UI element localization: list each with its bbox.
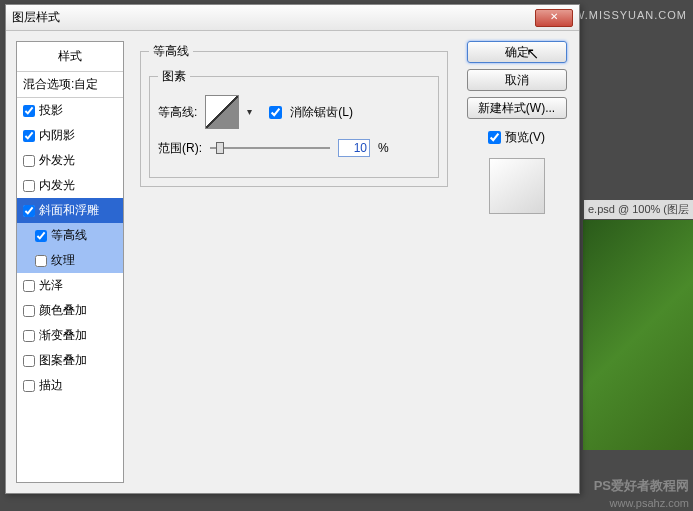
sidebar-item-3[interactable]: 外发光 bbox=[17, 148, 123, 173]
preview-label[interactable]: 预览(V) bbox=[505, 129, 545, 146]
range-slider[interactable] bbox=[210, 147, 330, 149]
sidebar-checkbox-5[interactable] bbox=[23, 205, 35, 217]
styles-sidebar: 样式 混合选项:自定投影内阴影外发光内发光斜面和浮雕等高线纹理光泽颜色叠加渐变叠… bbox=[16, 41, 124, 483]
contour-picker[interactable] bbox=[205, 95, 239, 129]
watermark-title: PS爱好者教程网 bbox=[594, 477, 689, 495]
slider-thumb[interactable] bbox=[216, 142, 224, 154]
sidebar-checkbox-4[interactable] bbox=[23, 180, 35, 192]
sidebar-checkbox-1[interactable] bbox=[23, 105, 35, 117]
sidebar-label-9: 颜色叠加 bbox=[39, 302, 87, 319]
group-legend: 等高线 bbox=[149, 43, 193, 60]
subgroup-legend: 图素 bbox=[158, 68, 190, 85]
elements-group: 图素 等高线: 消除锯齿(L) 范围(R): % bbox=[149, 68, 439, 178]
range-unit: % bbox=[378, 141, 389, 155]
watermark-url: www.psahz.com bbox=[610, 497, 689, 509]
sidebar-label-4: 内发光 bbox=[39, 177, 75, 194]
sidebar-header[interactable]: 样式 bbox=[17, 42, 123, 72]
contour-group: 等高线 图素 等高线: 消除锯齿(L) 范围(R): % bbox=[140, 43, 448, 187]
ok-button[interactable]: 确定 bbox=[467, 41, 567, 63]
sidebar-checkbox-9[interactable] bbox=[23, 305, 35, 317]
sidebar-label-0: 混合选项:自定 bbox=[23, 76, 98, 93]
sidebar-checkbox-6[interactable] bbox=[35, 230, 47, 242]
antialias-label[interactable]: 消除锯齿(L) bbox=[290, 104, 353, 121]
sidebar-label-12: 描边 bbox=[39, 377, 63, 394]
close-button[interactable]: ✕ bbox=[535, 9, 573, 27]
sidebar-label-5: 斜面和浮雕 bbox=[39, 202, 99, 219]
sidebar-label-7: 纹理 bbox=[51, 252, 75, 269]
sidebar-label-6: 等高线 bbox=[51, 227, 87, 244]
titlebar[interactable]: 图层样式 ✕ bbox=[6, 5, 579, 31]
sidebar-item-8[interactable]: 光泽 bbox=[17, 273, 123, 298]
sidebar-checkbox-12[interactable] bbox=[23, 380, 35, 392]
content-panel: 等高线 图素 等高线: 消除锯齿(L) 范围(R): % bbox=[134, 41, 454, 483]
sidebar-checkbox-11[interactable] bbox=[23, 355, 35, 367]
sidebar-label-3: 外发光 bbox=[39, 152, 75, 169]
sidebar-checkbox-10[interactable] bbox=[23, 330, 35, 342]
range-label: 范围(R): bbox=[158, 140, 202, 157]
dialog-title: 图层样式 bbox=[12, 9, 60, 26]
button-column: 确定 取消 新建样式(W)... 预览(V) bbox=[464, 41, 569, 483]
sidebar-label-11: 图案叠加 bbox=[39, 352, 87, 369]
background-image bbox=[583, 220, 693, 450]
sidebar-checkbox-8[interactable] bbox=[23, 280, 35, 292]
sidebar-item-11[interactable]: 图案叠加 bbox=[17, 348, 123, 373]
antialias-checkbox[interactable] bbox=[269, 106, 282, 119]
sidebar-item-2[interactable]: 内阴影 bbox=[17, 123, 123, 148]
cancel-button[interactable]: 取消 bbox=[467, 69, 567, 91]
sidebar-label-8: 光泽 bbox=[39, 277, 63, 294]
sidebar-item-10[interactable]: 渐变叠加 bbox=[17, 323, 123, 348]
document-tab[interactable]: e.psd @ 100% (图层 bbox=[584, 200, 693, 219]
sidebar-item-7[interactable]: 纹理 bbox=[17, 248, 123, 273]
preview-swatch bbox=[489, 158, 545, 214]
sidebar-item-5[interactable]: 斜面和浮雕 bbox=[17, 198, 123, 223]
sidebar-item-4[interactable]: 内发光 bbox=[17, 173, 123, 198]
sidebar-item-9[interactable]: 颜色叠加 bbox=[17, 298, 123, 323]
sidebar-checkbox-7[interactable] bbox=[35, 255, 47, 267]
sidebar-item-1[interactable]: 投影 bbox=[17, 98, 123, 123]
preview-checkbox[interactable] bbox=[488, 131, 501, 144]
sidebar-item-6[interactable]: 等高线 bbox=[17, 223, 123, 248]
range-input[interactable] bbox=[338, 139, 370, 157]
sidebar-label-2: 内阴影 bbox=[39, 127, 75, 144]
contour-label: 等高线: bbox=[158, 104, 197, 121]
sidebar-checkbox-3[interactable] bbox=[23, 155, 35, 167]
layer-style-dialog: 图层样式 ✕ 样式 混合选项:自定投影内阴影外发光内发光斜面和浮雕等高线纹理光泽… bbox=[5, 4, 580, 494]
new-style-button[interactable]: 新建样式(W)... bbox=[467, 97, 567, 119]
sidebar-label-1: 投影 bbox=[39, 102, 63, 119]
sidebar-item-0[interactable]: 混合选项:自定 bbox=[17, 72, 123, 98]
sidebar-item-12[interactable]: 描边 bbox=[17, 373, 123, 398]
sidebar-checkbox-2[interactable] bbox=[23, 130, 35, 142]
sidebar-label-10: 渐变叠加 bbox=[39, 327, 87, 344]
